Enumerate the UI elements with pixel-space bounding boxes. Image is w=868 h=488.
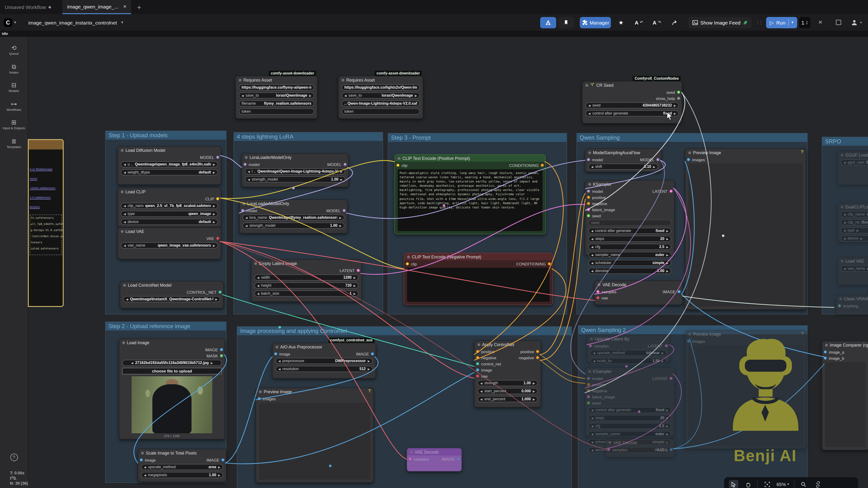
widget-left-arrow-icon[interactable]: ◀ (248, 170, 250, 173)
widget-left-arrow-icon[interactable]: ◀ (257, 292, 259, 295)
widget-batch_size[interactable]: ◀batch_size1▶ (254, 290, 359, 297)
node-scale-image-to-total-pixels[interactable]: Scale Image to Total PixelsimageIMAGE◀up… (138, 449, 226, 482)
widget-start_percent[interactable]: ◀start_percent0.000▶ (477, 388, 538, 394)
widget-right-arrow-icon[interactable]: ▶ (213, 163, 215, 166)
toggle-link-visibility-button[interactable] (813, 480, 823, 488)
widget-left-arrow-icon[interactable]: ◀ (591, 261, 593, 264)
collapse-dot-icon[interactable] (841, 205, 843, 208)
prompt-textarea[interactable] (407, 268, 550, 302)
widget-right-arrow-icon[interactable]: ▶ (353, 284, 356, 287)
widget-left-arrow-icon[interactable]: ◀ (591, 424, 593, 428)
widget-right-arrow-icon[interactable]: ▶ (368, 359, 370, 363)
run-button[interactable]: ▷ Run ▾ (766, 17, 797, 28)
input-port-samples[interactable]: samples (596, 289, 616, 294)
input-port-seed[interactable]: seed (587, 400, 615, 405)
input-port-model[interactable]: model (587, 189, 615, 194)
new-tab-button[interactable]: + (131, 0, 147, 14)
widget-token[interactable]: token (342, 108, 420, 115)
input-port-images[interactable]: images (687, 338, 705, 344)
widget-right-arrow-icon[interactable]: ▶ (867, 267, 868, 270)
widget-token[interactable]: token (239, 108, 314, 115)
input-port-samples[interactable]: samples (589, 343, 609, 349)
widget-shift[interactable]: ◀shift3.10▶ (588, 164, 658, 170)
widget-device[interactable]: ◀device▶ (841, 235, 868, 241)
output-port-MASK[interactable]: MASK (207, 353, 223, 358)
collapse-dot-icon[interactable] (841, 154, 843, 156)
chevron-down-icon[interactable]: ▾ (792, 20, 794, 25)
widget-left-arrow-icon[interactable]: ◀ (124, 220, 126, 224)
collapse-dot-icon[interactable] (588, 183, 591, 186)
widget-left-arrow-icon[interactable]: ◀ (591, 408, 593, 412)
zoom-search-button[interactable] (799, 480, 808, 488)
input-port-samples[interactable]: samples (408, 456, 429, 462)
output-port-LATENT[interactable]: LATENT (652, 376, 673, 381)
widget-left-arrow-icon[interactable]: ◀ (843, 161, 846, 164)
widget-right-arrow-icon[interactable]: ▶ (533, 382, 535, 385)
input-port-positive[interactable]: positive (587, 382, 615, 387)
widget-left-arrow-icon[interactable]: ◀ (843, 237, 846, 240)
widget-left-arrow-icon[interactable]: ◀ (131, 361, 133, 364)
widget-left-arrow-icon[interactable]: ◀ (480, 389, 483, 393)
widget-left-arrow-icon[interactable]: ◀ (126, 297, 128, 301)
node-model-sampling-auraflow[interactable]: ModelSamplingAuraFlowmodelMODEL◀shift3.1… (585, 149, 661, 172)
chevron-down-icon[interactable]: ▾ (14, 20, 16, 25)
widget-right-arrow-icon[interactable]: ▶ (213, 171, 215, 174)
widget-left-arrow-icon[interactable]: ◀ (588, 104, 590, 107)
input-port-image_a[interactable]: image_a (824, 349, 844, 355)
collapse-dot-icon[interactable] (825, 344, 828, 346)
widget-left-arrow-icon[interactable]: ◀ (144, 465, 146, 469)
collapse-dot-icon[interactable] (841, 260, 843, 262)
node-comfy-asset-downloader-1[interactable]: comfy-asset-downloaderRequires Assethttp… (236, 76, 317, 119)
workflow-title[interactable]: image_qwen_image_instantx_controlnet ▾ (28, 20, 125, 25)
node-image-comparer[interactable]: Image Comparer (rgimage_aimage_b (822, 341, 868, 450)
collapse-dot-icon[interactable] (245, 156, 248, 159)
output-port-IMAGE[interactable]: IMAGE (442, 456, 460, 462)
widget-right-arrow-icon[interactable]: ▶ (339, 224, 342, 227)
node-preview-image-3[interactable]: Preview Image?images (685, 330, 807, 449)
widget-steps[interactable]: ◀steps20▶ (588, 236, 671, 242)
stop-button[interactable] (830, 17, 846, 28)
widget-right-arrow-icon[interactable]: ▶ (353, 292, 356, 295)
widget-left-arrow-icon[interactable]: ◀ (245, 224, 247, 227)
widget-left-arrow-icon[interactable]: ◀ (591, 245, 593, 249)
widget-save_to[interactable]: ◀save_toloras\QwenImage▶ (342, 92, 420, 99)
collapse-dot-icon[interactable] (254, 262, 257, 265)
widget-height[interactable]: ◀height720▶ (254, 283, 359, 289)
widget-right-arrow-icon[interactable]: ▶ (666, 432, 669, 436)
sidebar-item-nodes[interactable]: ⧉Nodes (0, 63, 28, 74)
collapse-dot-icon[interactable] (839, 297, 842, 300)
collapse-dot-icon[interactable] (259, 390, 262, 393)
collapse-dot-icon[interactable] (598, 283, 600, 286)
widget-left-arrow-icon[interactable]: ◀ (257, 276, 259, 279)
widget-left-arrow-icon[interactable]: ◀ (278, 359, 280, 363)
node-comfy-asset-downloader-2[interactable]: comfy-asset-downloaderRequires Assethttp… (338, 76, 423, 119)
input-port-image_b[interactable]: image_b (824, 356, 844, 361)
widget-weight_dtype[interactable]: ◀weight_dtypedefault▶ (121, 169, 218, 175)
collapse-dot-icon[interactable] (243, 202, 245, 205)
node-load-vae[interactable]: Load VAEVAE◀vae_nameqwen_image_vae.safet… (118, 227, 221, 259)
widget-control after generate[interactable]: ◀control after generatefixed▶ (585, 110, 679, 117)
widget-left-arrow-icon[interactable]: ◀ (843, 267, 846, 270)
input-port-vae[interactable]: vae (596, 295, 616, 300)
input-port-latent_image[interactable]: latent_image (587, 394, 615, 399)
input-port-image[interactable]: image (274, 351, 290, 356)
input-port-negative[interactable]: negative (476, 355, 501, 360)
widget-right-arrow-icon[interactable]: ▶ (653, 165, 655, 168)
input-port-images[interactable]: images (687, 157, 705, 162)
output-port-MODEL[interactable]: MODEL (328, 162, 347, 167)
input-port-image[interactable]: image (476, 367, 501, 372)
widget-control after generate[interactable]: ◀control after generatefixed▶ (588, 228, 671, 234)
collapse-dot-icon[interactable] (276, 346, 278, 348)
output-port-CONTROL_NET[interactable]: CONTROL_NET (187, 290, 222, 295)
collapse-dot-icon[interactable] (477, 343, 480, 346)
input-port-clip[interactable]: clip (406, 261, 417, 266)
collapse-dot-icon[interactable] (123, 284, 126, 286)
widget-right-arrow-icon[interactable]: ▶ (666, 416, 669, 420)
widget-left-arrow-icon[interactable]: ◀ (593, 359, 595, 363)
widget-left-arrow-icon[interactable]: ◀ (591, 229, 593, 232)
widget-left-arrow-icon[interactable]: ◀ (344, 94, 346, 97)
widget-left-arrow-icon[interactable]: ◀ (257, 284, 259, 287)
node-preview-image-1[interactable]: Preview Image?images (685, 149, 806, 310)
widget-left-arrow-icon[interactable]: ◀ (480, 397, 483, 401)
output-port-MODEL[interactable]: MODEL (327, 208, 346, 213)
